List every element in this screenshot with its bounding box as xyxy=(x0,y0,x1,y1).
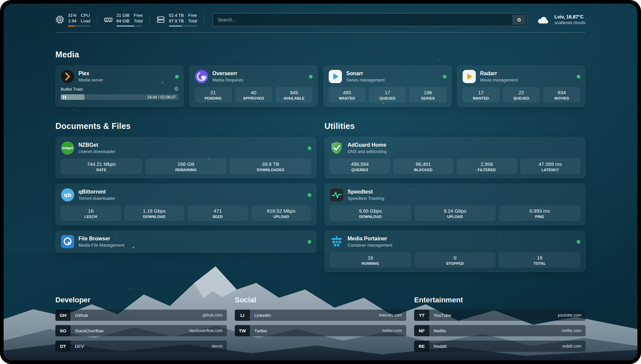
app-name[interactable]: Overseerr xyxy=(212,71,243,76)
app-name[interactable]: Media Portainer xyxy=(348,236,392,242)
status-dot-online xyxy=(308,240,311,244)
stat-value: 17 xyxy=(464,90,498,95)
stat-value: 744.21 Mbps xyxy=(62,161,141,167)
pause-icon[interactable] xyxy=(63,96,66,99)
stat-pending: 21 PENDING xyxy=(195,87,232,103)
stat-label: MOVIES xyxy=(544,96,579,100)
header-divider xyxy=(55,32,586,33)
bookmark-name: YouTube xyxy=(434,313,451,318)
app-name[interactable]: File Browser xyxy=(78,236,124,242)
twitter-icon: TW xyxy=(235,325,250,336)
status-dot-online xyxy=(577,240,580,244)
stat-value: 22 xyxy=(504,90,539,95)
now-playing-title: Bullet Train xyxy=(61,87,83,92)
stat-label: APPROVED xyxy=(236,96,271,100)
stat-queries: 498,564 QUERIES xyxy=(330,159,390,174)
gear-icon[interactable]: ⚙ xyxy=(174,86,179,92)
weather-location-temp: Lviv, 16.87°C xyxy=(554,14,586,19)
filebrowser-icon[interactable] xyxy=(61,235,75,249)
memory-progress-bar xyxy=(116,25,143,27)
app-card-overseerr: Overseerr Media Requests 21 PENDING xyxy=(189,65,318,107)
stat-value: 0.993 ms xyxy=(500,208,579,214)
adguard-icon[interactable] xyxy=(330,141,344,155)
bookmark-name: Github xyxy=(75,313,88,318)
app-name[interactable]: Speedtest xyxy=(348,189,384,195)
stat-value: 16 xyxy=(62,208,120,214)
stat-label: DOWNLOAD xyxy=(126,215,183,219)
social-section-title: Social xyxy=(235,296,406,304)
stat-label: PENDING xyxy=(196,96,230,100)
app-name[interactable]: qBittorrent xyxy=(78,189,115,195)
documents-section-title: Documents & Files xyxy=(55,121,317,131)
media-section-title: Media xyxy=(55,50,586,59)
stat-value: 86,401 xyxy=(395,161,452,167)
memory-free-value: 21 GiB xyxy=(116,13,130,18)
disk-free-value: 52.4 TB xyxy=(169,13,184,18)
status-dot-online xyxy=(309,75,313,78)
app-name[interactable]: NZBGet xyxy=(78,142,115,148)
nzbget-icon[interactable]: nzbget xyxy=(61,141,75,155)
search-input[interactable] xyxy=(218,17,512,22)
media-section: Media Plex xyxy=(55,50,586,107)
dashboard-screen: 31% 2.94 CPU Load xyxy=(4,4,637,360)
bookmark-twitter[interactable]: TW Twitter twitter.com xyxy=(235,325,406,336)
stat-label: PING xyxy=(500,215,579,219)
stat-label: STOPPED xyxy=(416,261,495,265)
bookmark-netflix[interactable]: NF Netflix netflix.com xyxy=(414,325,586,336)
bookmark-url: linkedin.com xyxy=(379,313,402,318)
speedtest-icon[interactable] xyxy=(330,188,344,202)
github-icon: GH xyxy=(55,310,71,321)
playback-progress-bar[interactable]: 24:44 / 02:06:47 xyxy=(61,94,179,100)
cpu-load-value: 2.94 xyxy=(68,18,76,24)
status-dot-online xyxy=(443,75,446,78)
linkedin-icon: LI xyxy=(235,310,250,321)
stat-blocked: 86,401 BLOCKED xyxy=(393,159,454,174)
memory-icon xyxy=(104,15,113,24)
bookmark-reddit[interactable]: RE Reddit reddit.com xyxy=(414,341,586,352)
memory-total-label: Total xyxy=(134,18,143,24)
cpu-load-label: Load xyxy=(81,18,90,24)
bookmark-url: youtube.com xyxy=(558,313,581,318)
bookmark-name: DEV xyxy=(75,344,84,349)
social-section: Social LI LinkedIn linkedin.com TW Twitt… xyxy=(235,296,406,352)
portainer-icon[interactable] xyxy=(330,235,344,249)
stat-label: WANTED xyxy=(330,96,364,100)
bookmark-url: netflix.com xyxy=(562,328,581,333)
stat-value: 21 xyxy=(196,90,230,95)
bookmark-url: dev.to xyxy=(212,344,223,349)
status-dot-online xyxy=(308,146,311,150)
radarr-icon[interactable] xyxy=(462,70,476,83)
app-card-sonarr: Sonarr Series management 485 WANTED xyxy=(323,65,452,107)
app-name[interactable]: Plex xyxy=(78,71,103,76)
disk-progress-bar xyxy=(169,25,197,27)
bookmark-stackoverflow[interactable]: SO StackOverflow stackoverflow.com xyxy=(55,325,227,336)
app-subtitle: Container management xyxy=(348,243,392,248)
bookmark-linkedin[interactable]: LI LinkedIn linkedin.com xyxy=(235,310,406,321)
search-engine-button[interactable]: G xyxy=(512,15,526,25)
stat-remaining: 266 GB REMAINING xyxy=(145,159,227,174)
stat-value: 2,956 xyxy=(458,161,516,167)
overseerr-icon[interactable] xyxy=(195,70,208,83)
entertainment-section-title: Entertainment xyxy=(414,296,586,304)
stat-stopped: 0 STOPPED xyxy=(414,252,496,268)
bookmark-url: reddit.com xyxy=(562,344,581,349)
app-subtitle: Media Requests xyxy=(212,77,243,82)
stat-label: BLOCKED xyxy=(395,168,452,172)
stat-label: RUNNING xyxy=(331,261,410,265)
bookmark-github[interactable]: GH Github github.com xyxy=(55,310,227,321)
app-name[interactable]: AdGuard Home xyxy=(348,142,387,148)
app-name[interactable]: Sonarr xyxy=(346,71,384,76)
stat-value: 9.24 Gbps xyxy=(416,208,495,214)
bookmark-dev[interactable]: DT DEV dev.to xyxy=(55,341,227,352)
stat-label: AVAILABLE xyxy=(277,96,311,100)
stat-value: 266 GB xyxy=(147,161,226,167)
sonarr-icon[interactable] xyxy=(328,70,342,83)
bookmark-youtube[interactable]: YT YouTube youtube.com xyxy=(414,310,586,321)
stat-label: LATENCY xyxy=(522,168,579,172)
plex-icon[interactable] xyxy=(61,70,75,83)
app-name[interactable]: Radarr xyxy=(480,71,518,76)
stat-queued: 17 QUEUED xyxy=(369,87,406,103)
stat-wanted: 485 WANTED xyxy=(328,87,366,103)
stat-value: 471 xyxy=(189,208,247,214)
qbittorrent-icon[interactable]: qb xyxy=(61,188,75,202)
